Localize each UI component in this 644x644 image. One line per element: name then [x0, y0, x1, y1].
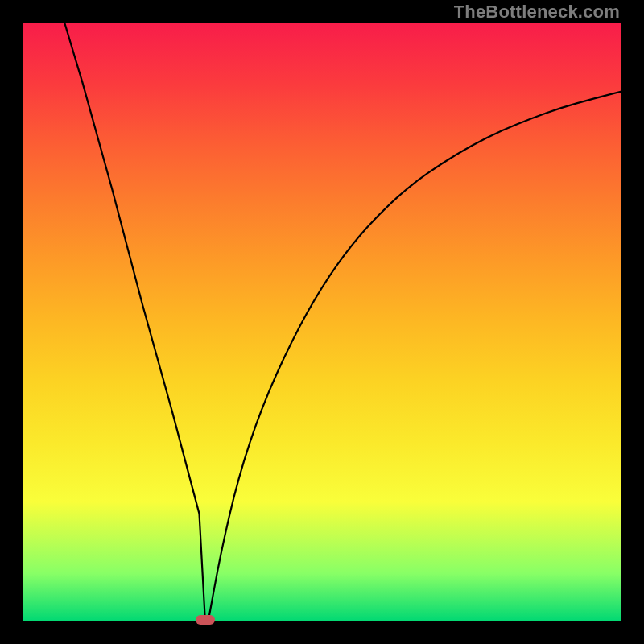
chart-plot-area: [23, 23, 621, 621]
chart-min-marker: [196, 615, 215, 625]
watermark-text: TheBottleneck.com: [454, 2, 620, 23]
chart-curve: [23, 23, 621, 621]
